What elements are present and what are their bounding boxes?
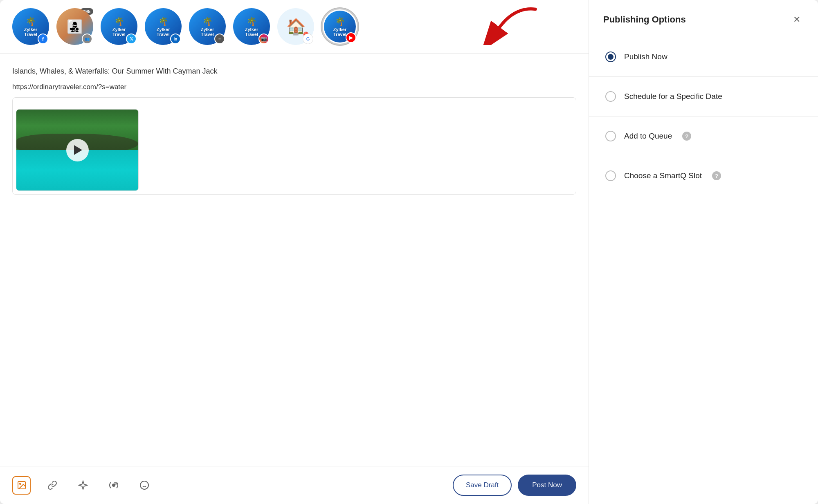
- right-panel: Publishing Options ✕ Publish Now Schedul…: [589, 0, 818, 504]
- notes-badge: ≡: [214, 34, 225, 44]
- linkedin-badge: in: [170, 34, 181, 44]
- magic-tool-button[interactable]: [74, 476, 92, 495]
- svg-point-2: [20, 483, 21, 484]
- smartq-help-icon[interactable]: ?: [712, 171, 721, 180]
- account-notes[interactable]: 🌴 ZylkerTravel ≡: [189, 8, 226, 45]
- app-container: 🌴 ZylkerTravel f 195 👩‍👧‍👦 👥 🌴 ZylkerTra…: [0, 0, 818, 504]
- publishing-options-list: Publish Now Schedule for a Specific Date…: [589, 37, 818, 195]
- magic-icon: [78, 480, 88, 490]
- radio-inner-publish-now: [608, 54, 614, 60]
- content-area: Islands, Whales, & Waterfalls: Our Summe…: [0, 54, 589, 466]
- option-schedule-date[interactable]: Schedule for a Specific Date: [589, 77, 818, 116]
- media-tool-button[interactable]: ⚙: [104, 476, 123, 495]
- post-now-button[interactable]: Post Now: [518, 475, 576, 496]
- account-instagram[interactable]: 🌴 ZylkerTravel 📷: [233, 8, 270, 45]
- add-to-queue-help-icon[interactable]: ?: [682, 132, 691, 141]
- red-arrow-indicator: [482, 4, 548, 45]
- video-background: [16, 110, 138, 190]
- toolbar-icons: ⚙: [12, 476, 153, 495]
- account-facebook[interactable]: 🌴 ZylkerTravel f: [12, 8, 49, 45]
- youtube-badge: ▶: [346, 32, 356, 43]
- account-team[interactable]: 195 👩‍👧‍👦 👥: [56, 8, 93, 45]
- emoji-tool-button[interactable]: [135, 476, 153, 495]
- post-link[interactable]: https://ordinarytraveler.com/?s=water: [12, 83, 576, 91]
- image-icon: [17, 480, 27, 490]
- option-label-smartq-slot: Choose a SmartQ Slot: [624, 171, 702, 180]
- account-google[interactable]: 🏠 📍 G: [277, 8, 314, 45]
- accounts-row: 🌴 ZylkerTravel f 195 👩‍👧‍👦 👥 🌴 ZylkerTra…: [0, 0, 589, 54]
- option-label-add-to-queue: Add to Queue: [624, 132, 672, 141]
- svg-point-5: [140, 481, 148, 489]
- account-linkedin[interactable]: 🌴 ZylkerTravel in: [145, 8, 182, 45]
- close-panel-button[interactable]: ✕: [789, 12, 804, 27]
- radio-schedule-date[interactable]: [605, 91, 616, 102]
- post-title: Islands, Whales, & Waterfalls: Our Summe…: [12, 66, 576, 77]
- left-panel: 🌴 ZylkerTravel f 195 👩‍👧‍👦 👥 🌴 ZylkerTra…: [0, 0, 589, 504]
- option-add-to-queue[interactable]: Add to Queue ?: [589, 116, 818, 156]
- team-badge: 👥: [82, 34, 92, 44]
- play-button[interactable]: [66, 139, 89, 161]
- play-triangle-icon: [74, 145, 82, 155]
- option-smartq-slot[interactable]: Choose a SmartQ Slot ?: [589, 156, 818, 195]
- link-tool-button[interactable]: [43, 476, 61, 495]
- facebook-badge: f: [38, 34, 48, 44]
- toolbar-actions: Save Draft Post Now: [453, 475, 576, 496]
- radio-publish-now[interactable]: [605, 52, 616, 62]
- radio-smartq-slot[interactable]: [605, 170, 616, 181]
- option-label-schedule-date: Schedule for a Specific Date: [624, 92, 722, 101]
- emoji-icon: [139, 480, 149, 490]
- account-twitter[interactable]: 🌴 ZylkerTravel 𝕏: [101, 8, 137, 45]
- panel-header: Publishing Options ✕: [589, 0, 818, 37]
- google-badge: G: [303, 34, 313, 44]
- instagram-badge: 📷: [258, 34, 269, 44]
- image-tool-button[interactable]: [12, 476, 31, 495]
- save-draft-button[interactable]: Save Draft: [453, 475, 512, 496]
- video-thumbnail[interactable]: [16, 109, 139, 191]
- video-thumbnail-wrapper: [12, 97, 576, 195]
- option-label-publish-now: Publish Now: [624, 52, 667, 61]
- option-publish-now[interactable]: Publish Now: [589, 37, 818, 77]
- link-icon: [47, 480, 57, 490]
- panel-title: Publishing Options: [603, 14, 686, 25]
- bottom-toolbar: ⚙ Save Draft Post Now: [0, 466, 589, 504]
- account-youtube[interactable]: 🌴 ZylkerTravel ▶: [321, 8, 358, 45]
- twitter-badge: 𝕏: [126, 34, 137, 44]
- radio-add-to-queue[interactable]: [605, 131, 616, 141]
